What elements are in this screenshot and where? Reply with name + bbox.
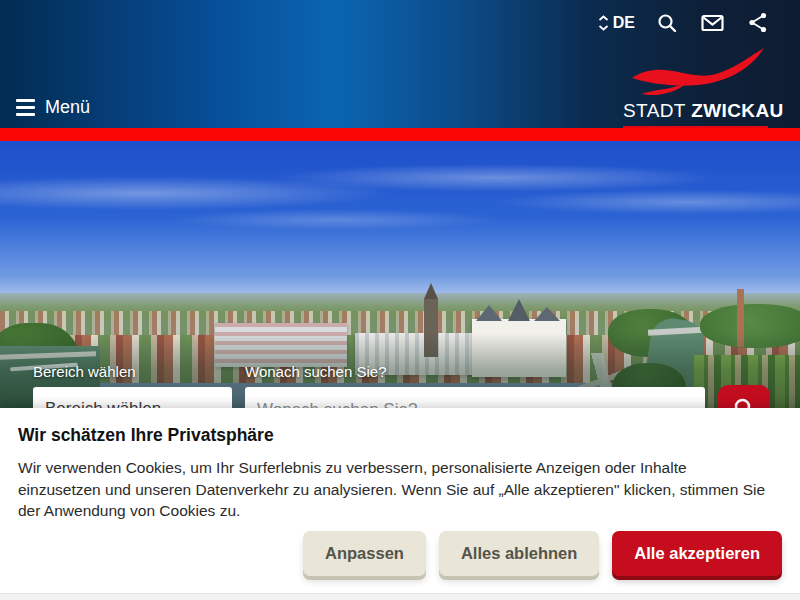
share-icon[interactable] [746, 10, 770, 35]
logo-name: ZWICKAU [691, 100, 784, 121]
menu-label: Menü [45, 97, 90, 118]
banner-bottom-strip [0, 593, 800, 600]
query-label: Wonach suchen Sie? [245, 363, 705, 380]
cookie-banner: Wir schätzen Ihre Privatsphäre Wir verwe… [0, 408, 800, 600]
cookie-banner-title: Wir schätzen Ihre Privatsphäre [18, 425, 782, 446]
area-label: Bereich wählen [33, 363, 232, 380]
reject-all-button[interactable]: Alles ablehnen [439, 531, 599, 576]
cookie-button-row: Anpassen Alles ablehnen Alle akzeptieren [303, 531, 782, 576]
menu-button[interactable]: Menü [16, 97, 90, 118]
logo-swoosh-icon [628, 46, 768, 98]
hamburger-icon [16, 99, 35, 116]
logo-text: STADT ZWICKAU [623, 100, 768, 122]
language-selector[interactable]: DE [598, 14, 635, 32]
hero-photo: Bereich wählen Bereich wählen... Wonach … [0, 141, 800, 413]
page: DE [0, 0, 800, 600]
language-code: DE [613, 14, 635, 32]
mail-icon[interactable] [699, 12, 726, 34]
accept-all-button[interactable]: Alle akzeptieren [612, 531, 782, 576]
photo-clouds [0, 147, 800, 257]
customize-button[interactable]: Anpassen [303, 531, 426, 576]
updown-chevron-icon [598, 15, 609, 31]
search-icon[interactable] [655, 11, 679, 35]
site-header: DE [0, 0, 800, 128]
logo-prefix: STADT [623, 100, 686, 121]
logo[interactable]: STADT ZWICKAU [623, 46, 768, 131]
header-toolbar: DE [598, 10, 770, 35]
brand-stripe [0, 128, 800, 141]
cookie-banner-text: Wir verwenden Cookies, um Ihr Surferlebn… [18, 457, 766, 522]
